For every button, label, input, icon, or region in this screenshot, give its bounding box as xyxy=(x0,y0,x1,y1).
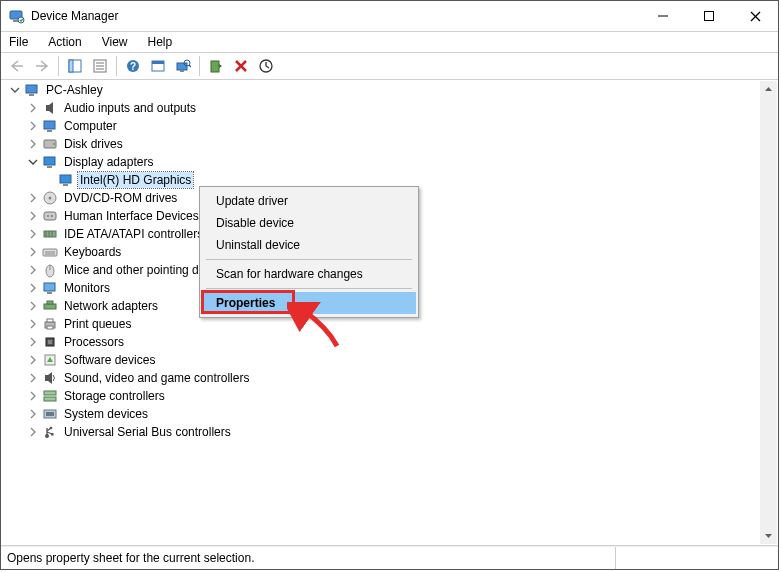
menu-uninstall-device[interactable]: Uninstall device xyxy=(202,234,416,256)
svg-text:?: ? xyxy=(130,61,136,72)
tree-category-row[interactable]: Computer xyxy=(2,117,760,135)
menu-file[interactable]: File xyxy=(7,34,30,50)
tree-category-row[interactable]: Audio inputs and outputs xyxy=(2,99,760,117)
expander-icon[interactable] xyxy=(26,389,40,403)
menu-disable-device[interactable]: Disable device xyxy=(202,212,416,234)
tree-category-row[interactable]: Display adapters xyxy=(2,153,760,171)
menu-update-driver[interactable]: Update driver xyxy=(202,190,416,212)
close-button[interactable] xyxy=(732,1,778,31)
scroll-up-icon[interactable] xyxy=(760,81,777,98)
svg-line-20 xyxy=(189,65,191,67)
maximize-button[interactable] xyxy=(686,1,732,31)
tree-category-label: IDE ATA/ATAPI controllers xyxy=(62,226,205,242)
computer-icon xyxy=(24,82,40,98)
svg-rect-53 xyxy=(47,301,53,304)
svg-line-6 xyxy=(751,12,760,21)
expander-icon[interactable] xyxy=(26,335,40,349)
toolbar-separator xyxy=(199,56,200,76)
tree-category-label: Print queues xyxy=(62,316,133,332)
expander-icon[interactable] xyxy=(26,245,40,259)
vertical-scrollbar[interactable] xyxy=(760,81,777,544)
titlebar: Device Manager xyxy=(1,1,778,32)
expander-icon[interactable] xyxy=(26,299,40,313)
tree-category-row[interactable]: System devices xyxy=(2,405,760,423)
expander-icon[interactable] xyxy=(26,119,40,133)
expander-icon[interactable] xyxy=(26,263,40,277)
enable-device-button[interactable] xyxy=(204,54,228,78)
expander-icon[interactable] xyxy=(26,137,40,151)
expander-icon[interactable] xyxy=(26,227,40,241)
svg-rect-60 xyxy=(45,375,48,381)
tree-root-row[interactable]: PC-Ashley xyxy=(2,81,760,99)
show-hide-tree-button[interactable] xyxy=(63,54,87,78)
cpu-icon xyxy=(42,334,58,350)
usb-icon xyxy=(42,424,58,440)
storage-icon xyxy=(42,388,58,404)
toolbar: ? xyxy=(1,53,778,80)
menu-action[interactable]: Action xyxy=(46,34,83,50)
svg-rect-58 xyxy=(48,340,52,344)
toolbar-separator xyxy=(58,56,59,76)
svg-rect-4 xyxy=(705,12,714,21)
scroll-down-icon[interactable] xyxy=(760,527,777,544)
expander-icon[interactable] xyxy=(26,371,40,385)
expander-icon[interactable] xyxy=(26,407,40,421)
sound-icon xyxy=(42,370,58,386)
device-tree-area: PC-Ashley Audio inputs and outputsComput… xyxy=(1,80,778,546)
tree-category-row[interactable]: Universal Serial Bus controllers xyxy=(2,423,760,441)
svg-rect-33 xyxy=(47,166,52,168)
uninstall-device-button[interactable] xyxy=(229,54,253,78)
svg-rect-25 xyxy=(26,85,37,93)
software-icon xyxy=(42,352,58,368)
tree-category-label: Universal Serial Bus controllers xyxy=(62,424,233,440)
device-manager-window: Device Manager File Action View Help xyxy=(0,0,779,570)
update-driver-button[interactable] xyxy=(254,54,278,78)
expander-icon[interactable] xyxy=(26,317,40,331)
svg-rect-18 xyxy=(180,70,184,72)
menu-separator xyxy=(206,259,412,260)
svg-rect-62 xyxy=(44,397,56,401)
printer-icon xyxy=(42,316,58,332)
menu-help[interactable]: Help xyxy=(146,34,175,50)
properties-button[interactable] xyxy=(88,54,112,78)
svg-line-5 xyxy=(751,12,760,21)
expander-icon[interactable] xyxy=(26,281,40,295)
display-icon xyxy=(58,172,74,188)
context-menu: Update driver Disable device Uninstall d… xyxy=(199,186,419,318)
minimize-button[interactable] xyxy=(640,1,686,31)
tree-category-label: Storage controllers xyxy=(62,388,167,404)
svg-rect-28 xyxy=(44,121,55,129)
menu-properties[interactable]: Properties xyxy=(202,292,416,314)
expander-icon[interactable] xyxy=(26,155,40,169)
tree-category-label: DVD/CD-ROM drives xyxy=(62,190,179,206)
expander-icon[interactable] xyxy=(26,353,40,367)
menu-view[interactable]: View xyxy=(100,34,130,50)
forward-button[interactable] xyxy=(30,54,54,78)
expander-icon[interactable] xyxy=(8,83,22,97)
svg-rect-8 xyxy=(69,60,73,72)
tree-category-row[interactable]: Storage controllers xyxy=(2,387,760,405)
svg-point-39 xyxy=(47,215,49,217)
tree-category-row[interactable]: Software devices xyxy=(2,351,760,369)
tree-category-label: Audio inputs and outputs xyxy=(62,100,198,116)
svg-point-2 xyxy=(18,17,24,23)
svg-rect-17 xyxy=(177,63,187,70)
svg-rect-51 xyxy=(47,292,52,294)
tree-category-row[interactable]: Disk drives xyxy=(2,135,760,153)
svg-rect-50 xyxy=(44,283,55,291)
expander-icon[interactable] xyxy=(26,425,40,439)
display-icon xyxy=(42,154,58,170)
scan-hardware-button[interactable] xyxy=(171,54,195,78)
expander-icon[interactable] xyxy=(26,191,40,205)
action-button[interactable] xyxy=(146,54,170,78)
menu-scan-hardware[interactable]: Scan for hardware changes xyxy=(202,263,416,285)
help-button[interactable]: ? xyxy=(121,54,145,78)
dvd-icon xyxy=(42,190,58,206)
expander-icon[interactable] xyxy=(26,209,40,223)
tree-category-row[interactable]: Processors xyxy=(2,333,760,351)
back-button[interactable] xyxy=(5,54,29,78)
tree-category-row[interactable]: Sound, video and game controllers xyxy=(2,369,760,387)
disk-icon xyxy=(42,136,58,152)
expander-icon[interactable] xyxy=(26,101,40,115)
svg-rect-35 xyxy=(63,184,68,186)
